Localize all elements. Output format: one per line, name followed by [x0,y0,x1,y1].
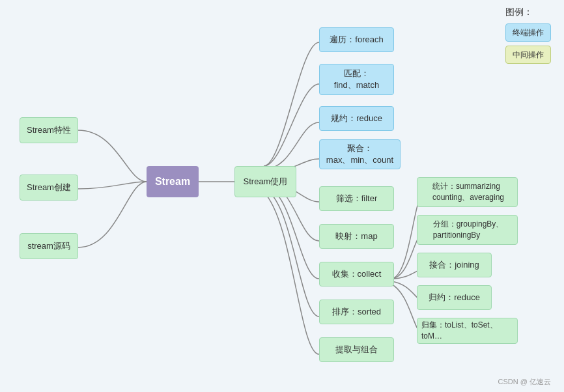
legend-terminal: 终端操作 [505,23,551,42]
legend-title: 图例： [505,7,551,18]
node-stream-create: Stream创建 [20,175,78,201]
node-aggregate: 聚合：max、min、count [319,139,401,169]
node-collect: 收集：collect [319,262,394,287]
legend-terminal-box: 终端操作 [505,23,551,42]
legend-intermediate-box: 中间操作 [505,46,551,64]
node-extract: 提取与组合 [319,337,394,362]
diagram-container: Stream特性 Stream创建 stream源码 Stream Stream… [0,0,564,392]
node-filter: 筛选：filter [319,186,394,211]
node-reduce2: 归约：reduce [417,285,492,310]
node-summarizing: 统计：summarizingcounting、averaging [417,177,518,207]
node-tolist: 归集：toList、toSet、toM… [417,318,518,344]
node-foreach: 遍历：foreach [319,27,394,52]
node-map: 映射：map [319,224,394,249]
node-groupingby: 分组：groupingBy、partitioningBy [417,215,518,245]
node-stream-source: stream源码 [20,233,78,259]
node-reduce: 规约：reduce [319,106,394,131]
node-sorted: 排序：sorted [319,300,394,324]
node-joining: 接合：joining [417,253,492,277]
legend-intermediate: 中间操作 [505,46,551,64]
legend: 图例： 终端操作 中间操作 [505,7,551,68]
node-stream-features: Stream特性 [20,117,78,143]
watermark: CSDN @ 亿速云 [498,377,551,387]
node-find-match: 匹配：find、match [319,64,394,95]
node-stream-center: Stream [147,166,199,197]
node-stream-use: Stream使用 [234,166,296,197]
